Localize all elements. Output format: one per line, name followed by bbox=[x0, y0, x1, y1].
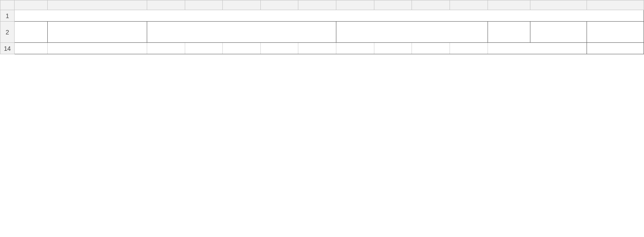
col-header[interactable] bbox=[147, 0, 185, 10]
row-header[interactable]: 2 bbox=[0, 22, 15, 43]
cell[interactable] bbox=[374, 43, 412, 54]
footer-label[interactable] bbox=[488, 43, 587, 54]
cell[interactable] bbox=[48, 43, 147, 54]
footer-row: 14 bbox=[0, 43, 644, 54]
cell[interactable] bbox=[185, 43, 223, 54]
col-header[interactable] bbox=[488, 0, 530, 10]
col-header[interactable] bbox=[336, 0, 374, 10]
hdr-stt[interactable] bbox=[15, 22, 48, 43]
cell[interactable] bbox=[147, 43, 185, 54]
col-header[interactable] bbox=[450, 0, 488, 10]
spreadsheet-grid[interactable]: 1 2 14 bbox=[0, 0, 644, 54]
col-header[interactable] bbox=[48, 0, 147, 10]
col-header[interactable] bbox=[185, 0, 223, 10]
cell[interactable] bbox=[412, 43, 450, 54]
col-header[interactable] bbox=[412, 0, 450, 10]
col-header[interactable] bbox=[587, 0, 644, 10]
row-header[interactable]: 14 bbox=[0, 43, 15, 54]
cell[interactable] bbox=[15, 43, 48, 54]
col-header[interactable] bbox=[298, 0, 336, 10]
hdr-thi[interactable] bbox=[530, 22, 587, 43]
hdr-tbm[interactable] bbox=[488, 22, 530, 43]
col-header[interactable] bbox=[223, 0, 261, 10]
select-all-corner[interactable] bbox=[0, 0, 15, 10]
column-header-row bbox=[0, 0, 644, 10]
col-header[interactable] bbox=[530, 0, 587, 10]
sheet-title[interactable] bbox=[15, 10, 644, 22]
hdr-hs1[interactable] bbox=[147, 22, 336, 43]
hdr-hs2[interactable] bbox=[336, 22, 488, 43]
hdr-mon[interactable] bbox=[48, 22, 147, 43]
col-header[interactable] bbox=[260, 0, 298, 10]
row-header[interactable]: 1 bbox=[0, 10, 15, 22]
hdr-tbhk[interactable] bbox=[587, 22, 644, 43]
cell[interactable] bbox=[223, 43, 261, 54]
cell[interactable] bbox=[298, 43, 336, 54]
col-header[interactable] bbox=[15, 0, 48, 10]
title-row: 1 bbox=[0, 10, 644, 22]
cell[interactable] bbox=[260, 43, 298, 54]
cell[interactable] bbox=[587, 43, 644, 54]
header-row: 2 bbox=[0, 22, 644, 43]
cell[interactable] bbox=[450, 43, 488, 54]
cell[interactable] bbox=[336, 43, 374, 54]
col-header[interactable] bbox=[374, 0, 412, 10]
